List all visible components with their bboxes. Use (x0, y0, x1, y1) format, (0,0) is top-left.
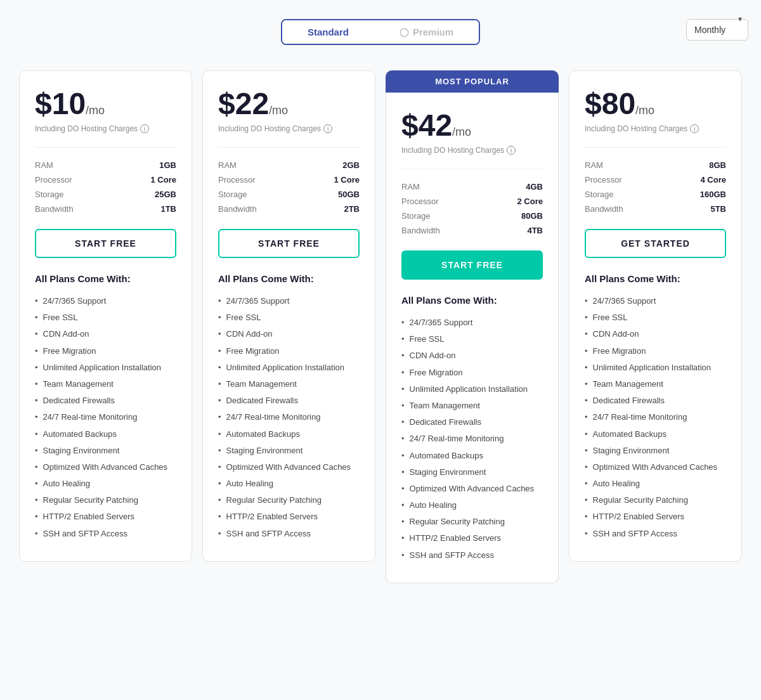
spec-row: Processor 1 Core (35, 172, 176, 187)
spec-value: 4TB (527, 226, 543, 235)
feature-item: Unlimited Application Installation (401, 381, 543, 398)
cta-button-3[interactable]: GET STARTED (585, 229, 726, 258)
feature-item: CDN Add-on (218, 326, 360, 342)
feature-item: 24/7/365 Support (35, 293, 176, 309)
feature-item: Team Management (35, 376, 176, 392)
plan-card-2: $42/mo Including DO Hosting Charges i RA… (386, 93, 559, 583)
feature-item: Auto Healing (35, 476, 176, 492)
spec-value: 2TB (344, 204, 360, 214)
feature-item: Automated Backups (585, 426, 726, 443)
feature-item: Optimized With Advanced Caches (35, 459, 176, 476)
plan-price-1: $22/mo (218, 89, 360, 119)
feature-item: Optimized With Advanced Caches (401, 481, 543, 497)
spec-value: 4GB (526, 182, 543, 191)
plan-wrapper-3: $80/mo Including DO Hosting Charges i RA… (569, 70, 742, 562)
feature-item: CDN Add-on (401, 347, 543, 364)
features-list-1: 24/7/365 SupportFree SSLCDN Add-onFree M… (218, 293, 360, 542)
spec-row: Processor 1 Core (218, 172, 360, 187)
spec-value: 1 Core (334, 175, 360, 185)
feature-item: Optimized With Advanced Caches (218, 459, 360, 476)
spec-label: Bandwidth (401, 226, 440, 235)
spec-row: Storage 25GB (35, 187, 176, 202)
spec-value: 1 Core (151, 175, 176, 185)
price-note-0: Including DO Hosting Charges i (35, 124, 176, 133)
feature-item: Staging Environment (218, 443, 360, 459)
feature-item: Free Migration (218, 343, 360, 360)
spec-value: 2GB (342, 160, 360, 170)
feature-item: Optimized With Advanced Caches (585, 459, 726, 476)
feature-item: Team Management (401, 398, 543, 414)
price-period: /mo (269, 104, 288, 117)
features-title-3: All Plans Come With: (585, 273, 726, 284)
spec-label: Processor (218, 175, 256, 185)
spec-row: RAM 4GB (401, 179, 543, 194)
info-icon[interactable]: i (140, 124, 149, 133)
plan-price-0: $10/mo (35, 89, 176, 119)
spec-label: RAM (401, 182, 420, 191)
feature-item: Staging Environment (35, 443, 176, 459)
info-icon[interactable]: i (323, 124, 332, 133)
price-amount: $80 (585, 87, 635, 120)
feature-item: Staging Environment (401, 464, 543, 481)
feature-item: Regular Security Patching (585, 492, 726, 509)
spec-value: 8GB (709, 160, 726, 170)
spec-row: Bandwidth 4TB (401, 223, 543, 238)
cta-button-1[interactable]: START FREE (218, 229, 360, 258)
spec-label: Bandwidth (585, 204, 623, 214)
feature-item: Staging Environment (585, 443, 726, 459)
spec-row: Bandwidth 2TB (218, 202, 360, 216)
feature-item: Auto Healing (218, 476, 360, 492)
plan-price-2: $42/mo (401, 110, 543, 141)
feature-item: Unlimited Application Installation (218, 360, 360, 376)
spec-label: Bandwidth (35, 204, 74, 214)
feature-item: Dedicated Firewalls (585, 392, 726, 409)
tab-premium[interactable]: ◯ Premium (374, 20, 479, 44)
feature-item: 24/7 Real-time Monitoring (35, 409, 176, 425)
features-title-1: All Plans Come With: (218, 273, 360, 284)
tab-standard[interactable]: Standard (282, 20, 374, 44)
spec-label: Processor (585, 175, 622, 185)
feature-item: Team Management (585, 376, 726, 392)
lock-icon: ◯ (400, 27, 409, 37)
plan-wrapper-2: MOST POPULAR $42/mo Including DO Hosting… (386, 70, 559, 583)
price-amount: $22 (218, 87, 269, 120)
price-period: /mo (452, 126, 471, 138)
spec-label: RAM (35, 160, 53, 170)
feature-item: Auto Healing (585, 476, 726, 492)
feature-item: HTTP/2 Enabled Servers (35, 509, 176, 525)
spec-row: RAM 1GB (35, 158, 176, 172)
price-period: /mo (635, 104, 654, 117)
spec-label: Storage (585, 190, 614, 199)
plan-price-3: $80/mo (585, 89, 726, 119)
spec-label: Storage (218, 190, 247, 199)
cta-button-2[interactable]: START FREE (401, 250, 543, 280)
feature-item: Regular Security Patching (35, 492, 176, 509)
feature-item: Unlimited Application Installation (585, 360, 726, 376)
billing-select[interactable]: Monthly Annually (686, 19, 748, 41)
spec-row: Storage 80GB (401, 209, 543, 223)
feature-item: Unlimited Application Installation (35, 360, 176, 376)
feature-item: 24/7/365 Support (401, 314, 543, 331)
plan-wrapper-1: $22/mo Including DO Hosting Charges i RA… (202, 70, 375, 562)
feature-item: Auto Healing (401, 497, 543, 514)
spec-row: Storage 50GB (218, 187, 360, 202)
plan-card-3: $80/mo Including DO Hosting Charges i RA… (569, 70, 742, 562)
plan-card-0: $10/mo Including DO Hosting Charges i RA… (19, 70, 192, 562)
spec-row: Processor 4 Core (585, 172, 726, 187)
info-icon[interactable]: i (507, 146, 516, 155)
spec-value: 160GB (700, 190, 726, 199)
feature-item: HTTP/2 Enabled Servers (218, 509, 360, 525)
feature-item: Free SSL (401, 331, 543, 347)
spec-label: Storage (401, 211, 431, 221)
spec-label: RAM (585, 160, 603, 170)
feature-item: CDN Add-on (35, 326, 176, 342)
spec-value: 1TB (160, 204, 176, 214)
info-icon[interactable]: i (690, 124, 699, 133)
feature-item: CDN Add-on (585, 326, 726, 342)
feature-item: Regular Security Patching (401, 514, 543, 530)
feature-item: SSH and SFTP Access (218, 526, 360, 542)
feature-item: Regular Security Patching (218, 492, 360, 509)
spec-value: 1GB (159, 160, 176, 170)
feature-item: SSH and SFTP Access (585, 526, 726, 542)
cta-button-0[interactable]: START FREE (35, 229, 176, 258)
